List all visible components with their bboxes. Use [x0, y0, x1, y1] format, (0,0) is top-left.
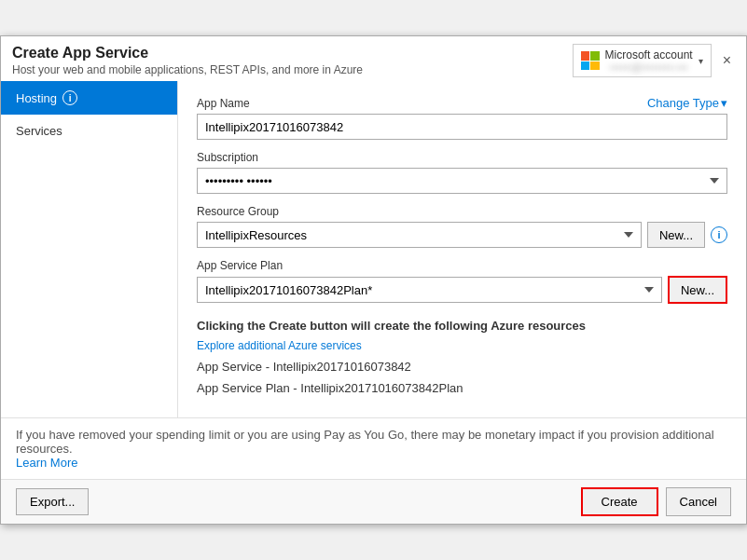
account-info: Microsoft account ••••••@•••••••••.••• — [605, 48, 693, 73]
title-right: Microsoft account ••••••@•••••••••.••• ▾… — [573, 44, 735, 77]
app-name-label: App Name — [197, 97, 250, 110]
change-type-link[interactable]: Change Type ▾ — [647, 96, 727, 110]
app-service-plan-new-button[interactable]: New... — [668, 276, 727, 304]
create-app-service-dialog: Create App Service Host your web and mob… — [0, 35, 747, 525]
microsoft-account-button[interactable]: Microsoft account ••••••@•••••••••.••• ▾ — [573, 44, 712, 77]
close-button[interactable]: × — [719, 52, 735, 69]
resources-section: Clicking the Create button will create t… — [197, 319, 727, 403]
app-name-field: App Name Change Type ▾ — [197, 96, 727, 140]
app-service-plan-field: App Service Plan Intellipix2017101607384… — [197, 259, 727, 304]
create-button[interactable]: Create — [581, 487, 658, 516]
resources-title: Clicking the Create button will create t… — [197, 319, 727, 333]
cancel-button[interactable]: Cancel — [666, 487, 731, 516]
subscription-select[interactable]: ••••••••• •••••• — [197, 168, 727, 194]
resource-group-row: IntellipixResources New... i — [197, 222, 727, 248]
dialog-title: Create App Service — [12, 45, 363, 61]
footer-note: If you have removed your spending limit … — [1, 417, 746, 479]
microsoft-logo — [581, 51, 600, 70]
resource-group-info-icon[interactable]: i — [711, 226, 727, 243]
sidebar-item-hosting[interactable]: Hosting i — [1, 81, 177, 115]
account-email: ••••••@•••••••••.••• — [605, 61, 693, 73]
sidebar-item-services[interactable]: Services — [1, 115, 177, 147]
resource-item-0: App Service - Intellipix20171016073842 — [197, 360, 727, 374]
resource-group-label: Resource Group — [197, 205, 727, 218]
main-panel: App Name Change Type ▾ Subscription ••••… — [178, 81, 746, 417]
account-chevron: ▾ — [699, 56, 703, 66]
services-label: Services — [16, 124, 62, 138]
subscription-field: Subscription ••••••••• •••••• — [197, 151, 727, 194]
learn-more-link[interactable]: Learn More — [16, 456, 77, 470]
resource-group-select[interactable]: IntellipixResources — [197, 222, 642, 248]
footer-note-text: If you have removed your spending limit … — [16, 428, 714, 456]
change-type-chevron: ▾ — [721, 96, 727, 110]
right-buttons: Create Cancel — [581, 487, 732, 516]
resource-item-1: App Service Plan - Intellipix20171016073… — [197, 381, 727, 395]
resource-group-new-button[interactable]: New... — [647, 222, 705, 248]
account-label: Microsoft account — [605, 48, 693, 61]
dialog-content: Hosting i Services App Name Change Type … — [1, 81, 746, 417]
explore-azure-link[interactable]: Explore additional Azure services — [197, 339, 362, 352]
dialog-subtitle: Host your web and mobile applications, R… — [12, 63, 363, 76]
app-name-input[interactable] — [197, 114, 727, 140]
title-section: Create App Service Host your web and mob… — [12, 45, 363, 76]
app-name-header: App Name Change Type ▾ — [197, 96, 727, 110]
subscription-label: Subscription — [197, 151, 727, 164]
app-service-plan-label: App Service Plan — [197, 259, 727, 272]
resource-group-field: Resource Group IntellipixResources New..… — [197, 205, 727, 248]
footer-buttons: Export... Create Cancel — [1, 479, 746, 524]
app-service-plan-select[interactable]: Intellipix20171016073842Plan* — [197, 277, 662, 303]
export-button[interactable]: Export... — [16, 488, 89, 515]
title-bar: Create App Service Host your web and mob… — [1, 36, 746, 81]
hosting-label: Hosting — [16, 91, 57, 105]
app-service-plan-row: Intellipix20171016073842Plan* New... — [197, 276, 727, 304]
hosting-info-icon[interactable]: i — [62, 90, 77, 105]
sidebar: Hosting i Services — [1, 81, 178, 417]
